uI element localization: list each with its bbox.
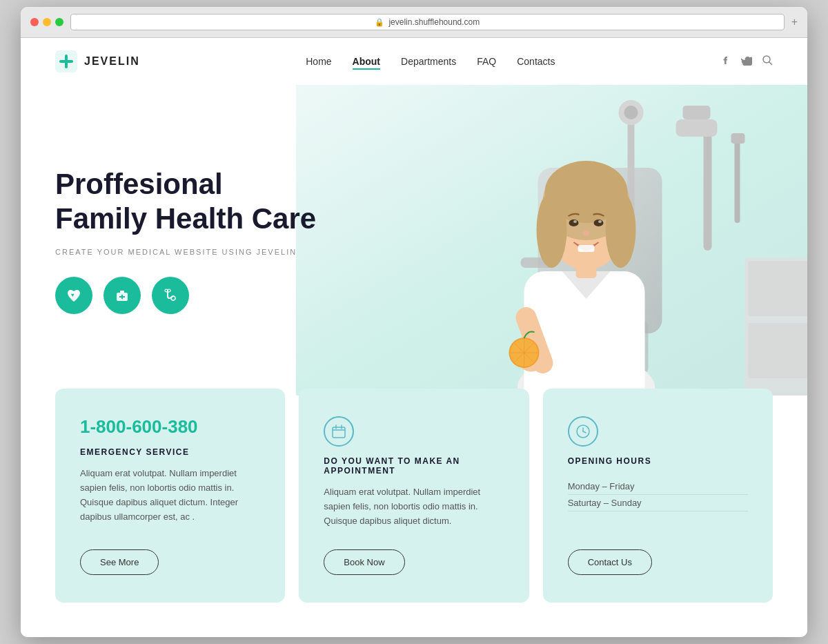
close-button[interactable]: [30, 18, 39, 26]
nav-item-departments[interactable]: Departments: [401, 55, 456, 68]
nav-item-about[interactable]: About: [353, 55, 380, 68]
svg-point-27: [537, 192, 567, 268]
nav-link-departments[interactable]: Departments: [401, 56, 456, 67]
url-text: jevelin.shufflehound.com: [388, 17, 480, 27]
svg-rect-6: [704, 126, 712, 251]
new-tab-button[interactable]: +: [791, 16, 798, 28]
hero-title: Proffesional Family Health Care: [55, 167, 316, 237]
book-now-button[interactable]: Book Now: [324, 549, 404, 575]
appointment-card: DO YOU WANT TO MAKE AN APPOINTMENT Aliqu…: [299, 389, 529, 602]
svg-rect-2: [59, 60, 73, 63]
hero-icon-group: ♥: [55, 277, 316, 314]
svg-rect-7: [676, 119, 718, 137]
nav-item-contacts[interactable]: Contacts: [517, 55, 555, 68]
nav-link-contacts[interactable]: Contacts: [517, 56, 555, 67]
svg-rect-41: [120, 291, 124, 293]
logo[interactable]: JEVELIN: [55, 50, 140, 72]
hours-card: OPENING HOURS Monday – Friday Saturtay –…: [543, 389, 773, 602]
hours-heading: OPENING HOURS: [568, 456, 748, 466]
svg-text:♥: ♥: [71, 292, 75, 298]
svg-rect-43: [119, 296, 125, 297]
contact-us-button[interactable]: Contact Us: [568, 549, 652, 575]
svg-rect-10: [731, 133, 745, 144]
hero-content: Proffesional Family Health Care CREATE Y…: [21, 167, 316, 314]
navbar: JEVELIN Home About Departments FAQ Conta…: [21, 38, 807, 85]
svg-rect-34: [578, 245, 595, 252]
appointment-text: Aliquam erat volutpat. Nullam imperdiet …: [324, 485, 504, 528]
emergency-phone: 1-800-600-380: [80, 416, 260, 438]
emergency-text: Aliquam erat volutpat. Nullam imperdiet …: [80, 467, 260, 524]
nav-icon-group: [721, 55, 773, 68]
cards-section: 1-800-600-380 EMERGENCY SERVICE Aliquam …: [21, 382, 807, 636]
nav-link-faq[interactable]: FAQ: [477, 56, 496, 67]
calendar-icon: [324, 416, 354, 447]
nav-item-faq[interactable]: FAQ: [477, 55, 496, 68]
see-more-button[interactable]: See More: [80, 549, 159, 575]
hours-btn-wrapper: Contact Us: [568, 538, 748, 575]
emergency-heading: EMERGENCY SERVICE: [80, 447, 260, 457]
address-bar[interactable]: 🔒 jevelin.shufflehound.com: [70, 14, 785, 30]
hours-row-weekday: Monday – Friday: [568, 478, 748, 495]
browser-chrome: 🔒 jevelin.shufflehound.com +: [21, 7, 807, 38]
facebook-icon[interactable]: [721, 55, 731, 68]
appointment-heading: DO YOU WANT TO MAKE AN APPOINTMENT: [324, 456, 504, 476]
stethoscope-icon-button[interactable]: [152, 277, 189, 314]
svg-point-29: [569, 219, 579, 226]
svg-point-31: [573, 220, 577, 223]
svg-point-28: [606, 192, 636, 268]
svg-line-53: [583, 431, 586, 433]
svg-rect-47: [333, 427, 345, 438]
lock-icon: 🔒: [375, 18, 384, 27]
heart-icon-button[interactable]: ♥: [55, 277, 92, 314]
hero-subtitle: CREATE YOUR MEDICAL WEBSITE USING JEVELI…: [55, 248, 316, 256]
browser-window: 🔒 jevelin.shufflehound.com + JEVELIN Hom…: [21, 7, 807, 636]
hero-background: [296, 85, 807, 396]
twitter-icon[interactable]: [741, 56, 752, 68]
svg-point-33: [583, 231, 590, 236]
medical-bag-icon-button[interactable]: [103, 277, 141, 314]
svg-rect-8: [683, 106, 711, 119]
hours-row-weekend: Saturtay – Sunday: [568, 495, 748, 511]
logo-icon: [55, 50, 77, 72]
nav-item-home[interactable]: Home: [306, 55, 331, 68]
nav-link-home[interactable]: Home: [306, 56, 331, 67]
website-content: JEVELIN Home About Departments FAQ Conta…: [21, 38, 807, 636]
hero-section: Proffesional Family Health Care CREATE Y…: [21, 85, 807, 396]
emergency-card: 1-800-600-380 EMERGENCY SERVICE Aliquam …: [55, 389, 285, 602]
svg-point-32: [598, 220, 602, 223]
svg-rect-9: [735, 140, 740, 223]
svg-line-4: [769, 62, 772, 65]
search-icon[interactable]: [762, 55, 773, 68]
emergency-btn-wrapper: See More: [80, 538, 260, 575]
svg-rect-19: [749, 323, 808, 378]
svg-rect-18: [749, 261, 808, 316]
svg-point-13: [624, 106, 638, 119]
clock-icon: [568, 416, 598, 447]
nav-links: Home About Departments FAQ Contacts: [306, 55, 555, 68]
svg-point-30: [594, 219, 604, 226]
maximize-button[interactable]: [55, 18, 63, 26]
logo-text: JEVELIN: [84, 55, 140, 68]
appointment-btn-wrapper: Book Now: [324, 538, 504, 575]
minimize-button[interactable]: [43, 18, 51, 26]
traffic-lights: [30, 18, 63, 26]
nav-link-about[interactable]: About: [353, 56, 380, 70]
